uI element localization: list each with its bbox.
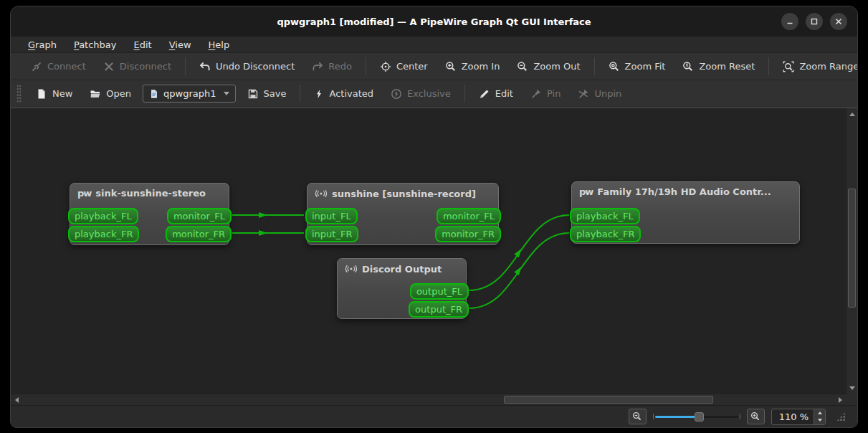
stream-icon [315, 188, 328, 199]
zoom-spinbox[interactable]: 110 % [771, 409, 826, 425]
menu-view[interactable]: View [161, 39, 200, 51]
activated-button[interactable]: Activated [307, 85, 380, 103]
toolbar-separator [464, 85, 465, 103]
save-button[interactable]: Save [241, 85, 293, 103]
vertical-scrollbar[interactable] [846, 108, 857, 394]
zoom-fit-icon [609, 61, 620, 72]
toolbar-separator [768, 57, 769, 75]
maximize-button[interactable] [806, 13, 823, 30]
new-file-icon [36, 88, 47, 100]
port-monitor-fl[interactable]: monitor_FL [167, 208, 232, 224]
open-folder-icon [90, 88, 101, 100]
arrow-down-icon [818, 419, 822, 422]
port-monitor-fl[interactable]: monitor_FL [437, 208, 501, 224]
edit-button[interactable]: Edit [472, 85, 520, 103]
port-playback-fr[interactable]: playback_FR [570, 226, 641, 242]
zoom-reset-icon [682, 61, 694, 72]
undo-disconnect-button[interactable]: Undo Disconnect [193, 57, 301, 76]
toolbar-separator [594, 57, 595, 75]
center-button[interactable]: Center [373, 57, 434, 76]
connect-button[interactable]: Connect [24, 57, 92, 76]
node-title: sunshine [sunshine-record] [332, 189, 476, 199]
zoom-out-button[interactable]: Zoom Out [510, 57, 586, 76]
spin-up-button[interactable] [814, 409, 825, 417]
menu-patchbay[interactable]: Patchbay [65, 39, 125, 51]
statusbar-zoom-in-button[interactable] [747, 409, 765, 424]
zoom-slider-handle[interactable] [695, 412, 704, 422]
port-monitor-fr[interactable]: monitor_FR [166, 226, 232, 242]
vertical-scrollbar-thumb[interactable] [848, 189, 856, 308]
chevron-down-icon [224, 92, 229, 95]
statusbar: 110 % [11, 405, 857, 427]
scroll-left-button[interactable] [11, 394, 22, 405]
zoom-slider[interactable] [653, 410, 740, 423]
zoom-fit-button[interactable]: Zoom Fit [602, 57, 672, 76]
horizontal-scrollbar-thumb[interactable] [504, 396, 713, 404]
open-button[interactable]: Open [83, 85, 138, 103]
toolbar-patchbay: New Open qpwgraph1 Save Activated Exclus… [11, 80, 857, 108]
port-output-fr[interactable]: output_FR [409, 301, 469, 318]
spin-down-button[interactable] [814, 417, 825, 424]
port-input-fr[interactable]: input_FR [305, 226, 358, 242]
menu-edit[interactable]: Edit [125, 39, 161, 51]
horizontal-scrollbar[interactable] [11, 394, 846, 405]
graph-canvas[interactable]: pw sink-sunshine-stereo playback_FL play… [11, 108, 846, 394]
toolbar-separator [185, 57, 186, 75]
node-discord-output[interactable]: Discord Output output_FL output_FR [337, 258, 467, 319]
pin-icon [530, 88, 542, 100]
node-title: Family 17h/19h HD Audio Contr... [597, 186, 771, 197]
port-playback-fl[interactable]: playback_FL [570, 208, 640, 224]
unpin-icon [578, 88, 589, 100]
toolbar-separator [300, 85, 300, 103]
node-title: Discord Output [362, 264, 442, 275]
node-sink-sunshine-stereo[interactable]: pw sink-sunshine-stereo playback_FL play… [70, 183, 229, 245]
arrow-up-icon [849, 113, 855, 116]
patchbay-select[interactable]: qpwgraph1 [143, 85, 235, 103]
desktop: qpwgraph1 [modified] — A PipeWire Graph … [0, 0, 868, 433]
zoom-in-button[interactable]: Zoom In [439, 57, 507, 76]
titlebar[interactable]: qpwgraph1 [modified] — A PipeWire Graph … [11, 6, 857, 37]
zoom-range-button[interactable]: Zoom Range [776, 57, 858, 76]
node-title: sink-sunshine-stereo [95, 188, 206, 199]
minimize-button[interactable] [781, 13, 798, 30]
zoom-out-icon [632, 411, 642, 422]
close-button[interactable] [830, 13, 847, 30]
redo-button[interactable]: Redo [305, 57, 358, 76]
arrow-up-icon [818, 411, 822, 414]
pencil-icon [479, 88, 490, 100]
save-icon [247, 88, 259, 100]
scroll-down-button[interactable] [846, 382, 857, 394]
zoom-reset-button[interactable]: Zoom Reset [676, 57, 761, 76]
connection-wires [11, 108, 846, 394]
node-family-hd-audio[interactable]: pw Family 17h/19h HD Audio Contr... play… [571, 181, 800, 244]
toolbar-drag-handle[interactable] [16, 85, 22, 103]
patchbay-name: qpwgraph1 [163, 88, 216, 99]
slider-tick [740, 414, 740, 419]
menu-help[interactable]: Help [200, 39, 239, 51]
arrow-left-icon [15, 397, 19, 403]
port-input-fl[interactable]: input_FL [305, 208, 358, 224]
statusbar-zoom-out-button[interactable] [629, 409, 647, 424]
pin-button[interactable]: Pin [524, 85, 567, 103]
lightning-icon [314, 88, 324, 100]
connect-icon [31, 61, 42, 72]
menu-graph[interactable]: Graph [19, 39, 65, 51]
port-playback-fr[interactable]: playback_FR [68, 226, 139, 242]
new-button[interactable]: New [29, 85, 79, 103]
port-playback-fl[interactable]: playback_FL [68, 208, 138, 224]
scroll-right-button[interactable] [834, 394, 846, 405]
node-sunshine[interactable]: sunshine [sunshine-record] input_FL inpu… [307, 183, 499, 245]
exclusive-button[interactable]: Exclusive [384, 85, 457, 103]
port-output-fl[interactable]: output_FL [410, 283, 469, 300]
scroll-up-button[interactable] [846, 108, 857, 120]
disconnect-button[interactable]: Disconnect [97, 57, 178, 76]
zoom-range-icon [783, 61, 794, 72]
resize-grip[interactable] [836, 412, 846, 422]
slider-tick [653, 414, 654, 419]
unpin-button[interactable]: Unpin [571, 85, 628, 103]
toolbar-separator [366, 57, 366, 75]
port-monitor-fr[interactable]: monitor_FR [435, 226, 501, 242]
window-title: qpwgraph1 [modified] — A PipeWire Graph … [277, 16, 591, 27]
slider-fill [655, 416, 700, 418]
arrow-right-icon [839, 397, 842, 403]
